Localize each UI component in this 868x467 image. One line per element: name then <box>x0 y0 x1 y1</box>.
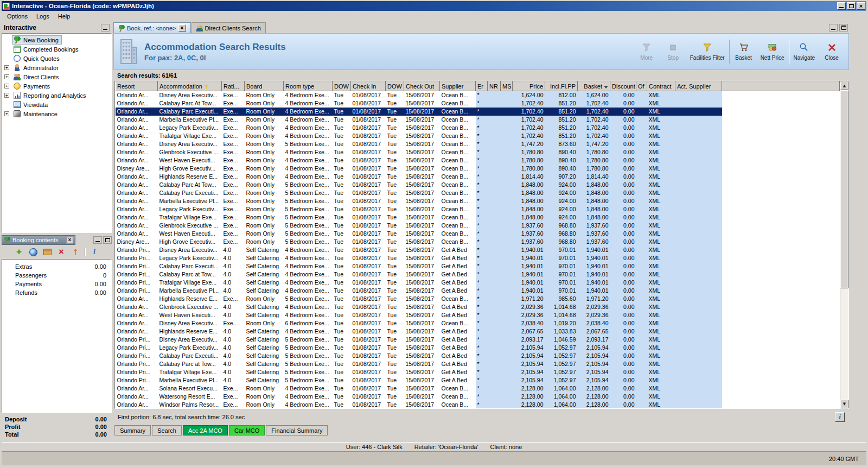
table-row[interactable]: Orlando Ar...West Haven Executi...Exe...… <box>116 156 840 165</box>
sidebar-item-maintenance[interactable]: +Maintenance <box>2 109 111 118</box>
sidebar-collapse-icon[interactable] <box>101 24 110 31</box>
close-results-button[interactable]: Close <box>819 36 844 67</box>
table-row[interactable]: Orlando Pri...Calabay Parc Executi...4.0… <box>116 352 840 360</box>
scroll-up-icon[interactable]: ▲ <box>840 81 848 90</box>
bottom-tab-acc-2a-mco[interactable]: Acc 2A MCO <box>183 425 228 436</box>
delete-icon[interactable] <box>56 247 66 257</box>
bottom-tab-summary[interactable]: Summary <box>114 425 151 436</box>
table-row[interactable]: Orlando Pri...Calabay Parc at Tow...4.0S… <box>116 360 840 368</box>
tab-book-ref[interactable]: Book. ref.: <none> × <box>113 22 191 33</box>
stop-button[interactable]: Stop <box>661 36 686 67</box>
table-row[interactable]: Disney Are...High Grove Executiv...Exe..… <box>116 238 840 246</box>
upload-icon[interactable] <box>71 247 80 257</box>
minimize-icon[interactable] <box>837 2 846 10</box>
column-header-incl-fl-pp[interactable]: Incl.Fl.PP <box>545 82 578 91</box>
column-header-rati[interactable]: Rati... <box>222 82 245 91</box>
scroll-down-icon[interactable]: ▼ <box>840 400 848 408</box>
tab-close-icon[interactable]: × <box>178 24 186 31</box>
menu-item-options[interactable]: Options <box>3 12 32 21</box>
table-row[interactable]: Orlando Ar...Highlands Reserve E...4.0Se… <box>116 327 840 336</box>
booking-contents-titlebar[interactable]: Booking contents × <box>2 235 75 245</box>
sidebar-item-new-booking[interactable]: New Booking <box>2 35 111 45</box>
table-row[interactable]: Orlando Ar...West Haven Executi...Exe...… <box>116 230 840 238</box>
table-row[interactable]: Orlando Pri...Trafalgar Village Exe...4.… <box>116 279 840 287</box>
table-row[interactable]: Orlando Ar...West Haven Executi...4.0Sel… <box>116 311 840 319</box>
table-row[interactable]: Orlando Ar...Calabay Parc At Tow...Exe..… <box>116 181 840 189</box>
column-header-nr[interactable]: NR <box>488 82 501 91</box>
column-header-resort[interactable]: Resort <box>116 82 158 91</box>
maximize-icon[interactable] <box>847 2 856 10</box>
table-row[interactable]: Orlando Ar...Watersong Resort E...Exe...… <box>116 393 840 401</box>
more-button[interactable]: More <box>634 36 659 67</box>
sidebar-item-administrator[interactable]: +Administrator <box>2 63 111 72</box>
expand-icon[interactable]: + <box>4 111 9 116</box>
navigate-button[interactable]: Navigate <box>791 36 818 67</box>
sidebar-item-quick-quotes[interactable]: Quick Quotes <box>2 54 111 63</box>
table-row[interactable]: Orlando Ar...Highlands Reserve E...Exe..… <box>116 295 840 303</box>
menu-item-logs[interactable]: Logs <box>32 12 54 21</box>
table-row[interactable]: Orlando Pri...Legacy Park Executiv...4.0… <box>116 254 840 262</box>
booking-contents-row[interactable]: Refunds0.00 <box>2 288 111 297</box>
scrollbar-thumb[interactable] <box>840 90 848 288</box>
dock-minimize-icon[interactable] <box>93 236 102 244</box>
column-header-board[interactable]: Board <box>245 82 284 91</box>
close-window-icon[interactable]: × <box>857 2 865 10</box>
table-row[interactable]: Orlando Ar...Marbella Executive Pl...Exe… <box>116 197 840 205</box>
table-row[interactable]: Orlando Ar...Calabay Parc Executi...Exe.… <box>116 189 840 197</box>
table-row[interactable]: Orlando Ar...Calabay Parc At Tow...Exe..… <box>116 99 840 108</box>
expand-icon[interactable]: + <box>4 93 9 98</box>
expand-icon[interactable]: + <box>4 84 9 89</box>
table-row[interactable]: Orlando Pri...Trafalgar Village Exe...4.… <box>116 368 840 376</box>
table-row[interactable]: Orlando Ar...Disney Area Executiv...Exe.… <box>116 91 840 99</box>
globe-icon[interactable] <box>28 247 38 257</box>
bottom-tab-car-mco[interactable]: Car MCO <box>229 425 265 436</box>
basket-button[interactable]: Basket <box>731 36 756 67</box>
table-row[interactable]: Orlando Ar...Disney Area Executiv...Exe.… <box>116 319 840 327</box>
booking-contents-row[interactable]: Passengers0 <box>2 271 111 280</box>
column-header-check-in[interactable]: Check In <box>351 82 386 91</box>
bottom-tab-search[interactable]: Search <box>152 425 182 436</box>
table-row[interactable]: Orlando Pri...Marbella Executive Pl...4.… <box>116 376 840 384</box>
sidebar-item-payments[interactable]: +Payments <box>2 81 111 91</box>
panel-maximize-icon[interactable] <box>839 24 848 31</box>
column-header-accommodation[interactable]: Accommodation <box>158 82 222 91</box>
column-header-supplier[interactable]: Supplier <box>440 82 476 91</box>
column-header-discount[interactable]: Discount <box>610 82 636 91</box>
add-icon[interactable] <box>14 247 24 257</box>
vertical-scrollbar[interactable]: ▲ ▼ <box>840 81 848 408</box>
dock-maximize-icon[interactable] <box>103 236 112 244</box>
expand-icon[interactable]: + <box>4 74 9 79</box>
table-row[interactable]: Orlando Pri...Disney Area Executiv...4.0… <box>116 336 840 344</box>
column-header-er[interactable]: Er <box>476 82 488 91</box>
column-header-dow[interactable]: DOW <box>333 82 351 91</box>
sidebar-item-reporting-and-analytics[interactable]: +Reporting and Analytics <box>2 91 111 100</box>
column-header-of[interactable]: Of <box>636 82 647 91</box>
booking-contents-row[interactable]: Payments0.00 <box>2 280 111 288</box>
table-row[interactable]: Orlando Ar...Marbella Executive Pl...Exe… <box>116 116 840 124</box>
table-row[interactable]: Orlando Pri...Marbella Executive Pl...4.… <box>116 287 840 295</box>
booking-contents-row[interactable]: Extras0.00 <box>2 262 111 271</box>
package-icon[interactable] <box>42 247 52 257</box>
table-row[interactable]: Orlando Pri...Disney Area Executiv...4.0… <box>116 246 840 254</box>
table-row[interactable]: Orlando Ar...Windsor Palms Resor...Exe..… <box>116 401 840 409</box>
info-icon[interactable] <box>90 247 99 257</box>
table-row[interactable]: Orlando Ar...Glenbrook Executive ...Exe.… <box>116 148 840 156</box>
sidebar-item-completed-bookings[interactable]: Completed Bookings <box>2 45 111 54</box>
table-row[interactable]: Orlando Ar...Solana Resort Execu...Exe..… <box>116 384 840 393</box>
table-row[interactable]: Orlando Ar...Legacy Park Executiv...Exe.… <box>116 205 840 213</box>
tab-direct-clients-search[interactable]: Direct Clients Search <box>192 22 266 33</box>
column-header-dow[interactable]: DOW <box>386 82 404 91</box>
table-row[interactable]: Orlando Pri...Legacy Park Executiv...4.0… <box>116 344 840 352</box>
scrollbar-track[interactable] <box>840 90 848 400</box>
table-row[interactable]: Orlando Ar...Glenbrook Executive ...Exe.… <box>116 222 840 230</box>
column-header-basket[interactable]: Basket <box>578 82 610 91</box>
filter-funnel-icon[interactable] <box>204 85 209 90</box>
column-header-room-type[interactable]: Room type <box>284 82 333 91</box>
booking-contents-close-icon[interactable]: × <box>66 237 73 244</box>
table-row[interactable]: Orlando Ar...Disney Area Executiv...Exe.… <box>116 140 840 148</box>
panel-minimize-icon[interactable] <box>829 24 838 31</box>
table-row[interactable]: Orlando Ar...Calabay Parc Executi...Exe.… <box>116 108 840 116</box>
column-header-price[interactable]: Price <box>513 82 545 91</box>
nett-price-button[interactable]: Nett Price <box>758 36 787 67</box>
table-row[interactable]: Orlando Ar...Glenbrook Executive ...4.0S… <box>116 303 840 311</box>
